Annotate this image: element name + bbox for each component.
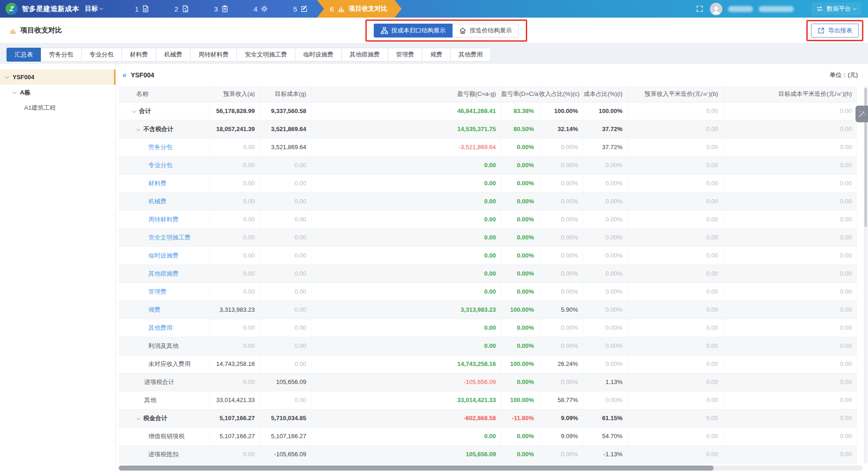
table-row: 利润及其他0.000.000.000.00%0.00%0.00%0.000.00	[119, 337, 857, 355]
value-cell: 0.00	[723, 283, 857, 301]
value-cell: 0.00	[627, 156, 723, 174]
tab-临时设施费[interactable]: 临时设施费	[295, 48, 342, 62]
value-cell: 0.00	[210, 445, 260, 463]
row-name-link[interactable]: 劳务分包	[148, 144, 172, 151]
value-cell: 0.00	[260, 210, 311, 228]
nav-steps: 12345	[135, 5, 308, 13]
tab-专业分包[interactable]: 专业分包	[81, 48, 122, 62]
value-cell: 0.00	[627, 264, 723, 283]
value-cell: 5,107,166.27	[260, 427, 311, 445]
value-cell: 0.00%	[583, 246, 627, 264]
value-cell: -105,656.09	[260, 445, 311, 463]
column-header: 盈亏额(C=a-g)	[311, 86, 501, 102]
tab-周转材料费[interactable]: 周转材料费	[190, 48, 237, 62]
value-cell: 0.00	[627, 337, 723, 355]
mode-selector[interactable]: 目标	[85, 5, 103, 13]
nav-step-1[interactable]: 1	[135, 5, 149, 13]
magic-wand-icon	[858, 110, 866, 118]
caret-down-icon[interactable]	[5, 74, 9, 79]
row-name-link[interactable]: 周转材料费	[148, 216, 179, 223]
tab-安全文明施工费[interactable]: 安全文明施工费	[236, 48, 295, 62]
value-cell: 0.00	[723, 445, 857, 463]
value-cell: 0.00	[723, 301, 857, 319]
vertical-scrollbar[interactable]	[864, 86, 868, 464]
table-row: 不含税合计18,057,241.393,521,869.6414,535,371…	[119, 120, 857, 138]
caret-down-icon[interactable]	[136, 416, 140, 420]
tab-管理费[interactable]: 管理费	[388, 48, 422, 62]
table-row: 进项税抵扣0.00-105,656.09105,656.090.00%0.00%…	[119, 445, 857, 463]
tab-其他费用[interactable]: 其他费用	[450, 48, 491, 62]
table-settings-widget[interactable]	[855, 106, 868, 122]
nav-step-6-active[interactable]: 6 项目收支对比	[317, 0, 402, 18]
row-name-link[interactable]: 安全文明施工费	[148, 234, 191, 241]
value-cell: 0.00	[723, 427, 857, 445]
value-cell: -3,521,869.64	[311, 138, 501, 156]
caret-down-icon[interactable]	[136, 127, 140, 131]
tree-node-A1建筑工程[interactable]: A1建筑工程	[0, 100, 115, 115]
row-name-link[interactable]: 专业分包	[148, 162, 172, 169]
row-name-link[interactable]: 规费	[148, 306, 160, 313]
value-cell: 9.09%	[539, 409, 583, 427]
table-row: 劳务分包0.003,521,869.64-3,521,869.640.00%0.…	[119, 138, 857, 156]
tree-node-YSF004[interactable]: YSF004	[0, 69, 115, 85]
row-name-cell: 规费	[119, 301, 210, 319]
value-cell: 0.00%	[583, 301, 627, 319]
value-cell: 56,178,828.99	[210, 102, 260, 120]
value-cell: 0.00%	[583, 355, 627, 373]
horizontal-scrollbar-thumb[interactable]	[119, 466, 714, 471]
nav-step-3[interactable]: 3	[214, 5, 229, 13]
value-cell: 0.00	[627, 102, 723, 120]
table-title: YSF004	[131, 71, 154, 79]
bar-chart-icon	[338, 5, 345, 13]
tab-材料费[interactable]: 材料费	[121, 48, 156, 62]
value-cell: 0.00	[723, 228, 857, 246]
value-cell: 0.00	[210, 246, 260, 264]
column-header: 预算收入(a)	[210, 86, 260, 102]
value-cell: 0.00%	[539, 264, 583, 283]
value-cell: 0.00%	[539, 283, 583, 301]
row-name-link[interactable]: 其他费用	[148, 324, 172, 331]
collapse-panel-icon[interactable]: «	[122, 71, 127, 79]
horizontal-scrollbar[interactable]	[119, 466, 862, 471]
caret-down-icon[interactable]	[12, 89, 17, 94]
value-cell: 0.00	[210, 138, 260, 156]
value-cell: 33,014,421.33	[210, 391, 260, 409]
tab-规费[interactable]: 规费	[422, 48, 451, 62]
chevron-down-icon	[99, 6, 103, 10]
tab-其他措施费[interactable]: 其他措施费	[341, 48, 388, 62]
sidebar-tree: YSF004A栋A1建筑工程	[0, 69, 115, 115]
value-cell: 0.00	[723, 174, 857, 192]
nav-step-4[interactable]: 4	[254, 5, 268, 13]
tab-劳务分包[interactable]: 劳务分包	[41, 48, 82, 62]
value-cell: 0.00%	[501, 174, 539, 192]
toggle-price-structure-view[interactable]: 按造价结构展示	[453, 24, 519, 38]
value-cell: 0.00%	[583, 264, 627, 283]
row-name: 进项税合计	[144, 378, 174, 385]
table-row: 其他费用0.000.000.000.00%0.00%0.00%0.000.00	[119, 319, 857, 337]
value-cell: 0.00	[311, 337, 501, 355]
tab-机械费[interactable]: 机械费	[156, 48, 191, 62]
tab-汇总表[interactable]: 汇总表	[6, 48, 41, 62]
row-name-link[interactable]: 其他措施费	[148, 270, 179, 277]
value-cell: 0.00	[627, 174, 723, 192]
value-cell: 0.00	[210, 337, 260, 355]
value-cell: 0.00%	[539, 337, 583, 355]
avatar[interactable]	[710, 3, 722, 15]
caret-down-icon[interactable]	[132, 109, 136, 113]
platform-switch-button[interactable]: 数据平台	[811, 2, 862, 15]
row-name-link[interactable]: 材料费	[148, 180, 166, 187]
fullscreen-icon[interactable]	[696, 5, 703, 13]
row-name-link[interactable]: 机械费	[148, 198, 166, 205]
nav-step-2[interactable]: 2	[174, 5, 189, 13]
row-name-link[interactable]: 管理费	[148, 288, 166, 295]
toggle-cost-structure-view[interactable]: 按成本归口结构展示	[374, 24, 453, 38]
value-cell: 0.00	[627, 409, 723, 427]
nav-step-5[interactable]: 5	[293, 5, 307, 13]
top-nav-bar: Z 智多星建造新成本 目标 12345 6 项目收支对比 数据平台	[0, 0, 868, 18]
value-cell: 0.00	[311, 283, 501, 301]
row-name-cell: 临时设施费	[119, 246, 210, 264]
row-name-link[interactable]: 临时设施费	[148, 252, 179, 259]
tree-node-A栋[interactable]: A栋	[0, 85, 115, 100]
export-report-button[interactable]: 导出报表	[811, 24, 859, 38]
table-row: 其他33,014,421.330.0033,014,421.33100.00%5…	[119, 391, 857, 409]
